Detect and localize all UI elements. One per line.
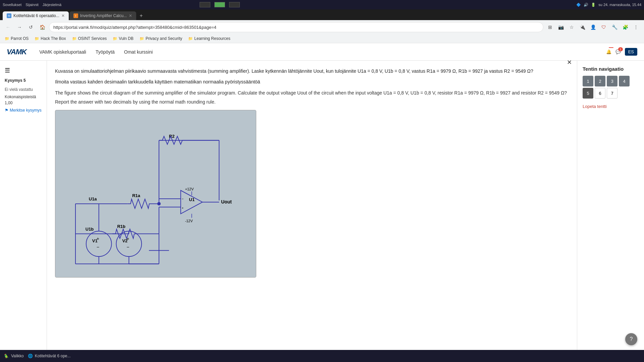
vamk-navbar: VAMK VAMK opiskeluportaali Työpöytä Omat…	[0, 43, 644, 61]
tools-button[interactable]: 🔧	[610, 22, 619, 32]
svg-text:−: −	[97, 245, 99, 250]
content-area: ✕ Kuvassa on simulaattoriohjelman piirik…	[47, 61, 577, 360]
vamk-logo: VAMK	[7, 48, 26, 56]
svg-text:+: +	[182, 206, 184, 210]
nav-link-courses[interactable]: Omat kurssini	[119, 44, 158, 60]
bookmarks-bar: Parrot OS Hack The Box OSINT Services Vu…	[0, 34, 644, 43]
bookmark-learning-resources-label: Learning Resources	[194, 36, 230, 41]
nav-btn-6[interactable]: 6	[595, 88, 605, 99]
svg-text:−: −	[182, 197, 184, 201]
taskbar-app-jarjestelma[interactable]: Järjestelmä	[43, 3, 61, 7]
svg-text:U1b: U1b	[86, 227, 94, 232]
tab-favicon-inactive: I	[73, 13, 78, 18]
svg-text:U1a: U1a	[89, 196, 97, 201]
home-button[interactable]: 🏠	[38, 22, 47, 32]
parrot-icon: 🦜	[4, 354, 9, 358]
question-en-text1: The figure shows the circuit diagram of …	[55, 89, 569, 97]
bookmark-vuln-db[interactable]: Vuln DB	[111, 36, 135, 42]
nav-btn-1[interactable]: 1	[583, 76, 593, 86]
score-value: 1,00	[0, 100, 47, 106]
exam-nav-buttons: 1 2 3 4 5 6 7	[583, 76, 639, 99]
datetime-display: su 24. marraskuuta, 15.44	[598, 3, 641, 7]
nav-link-portal[interactable]: VAMK opiskeluportaali	[35, 44, 91, 60]
taskbar-left: Sovellukset Sijainnit Järjestelmä	[3, 2, 240, 7]
tab-close-inactive[interactable]: ✕	[129, 13, 132, 18]
extension-button[interactable]: 🔌	[578, 22, 587, 32]
help-button[interactable]: ?	[625, 333, 637, 345]
nav-btn-2[interactable]: 2	[595, 76, 605, 86]
question-status: Ei vielä vastattu	[0, 85, 47, 94]
back-button[interactable]: ←	[3, 22, 13, 32]
bluetooth-icon: 🔷	[576, 3, 581, 7]
nav-btn-7[interactable]: 7	[607, 88, 618, 99]
taskbar-app-sijainnit[interactable]: Sijainnit	[25, 3, 39, 7]
taskbar-app-sovellukset[interactable]: Sovellukset	[3, 3, 21, 7]
message-icon[interactable]: 💬 1	[615, 49, 621, 54]
svg-text:R1a: R1a	[132, 193, 141, 198]
menu-button[interactable]: ⋮	[631, 22, 641, 32]
sidebar-menu-icon[interactable]: ☰	[5, 67, 10, 74]
tab-active[interactable]: M Kotitehtävät 6 operaatio... ✕	[3, 11, 69, 20]
bookmark-osint-services[interactable]: OSINT Services	[71, 36, 108, 42]
question-en-text2: Report the answer with two decimals by u…	[55, 99, 569, 105]
nav-btn-3[interactable]: 3	[607, 76, 618, 86]
reload-button[interactable]: ↺	[26, 22, 36, 32]
bottom-browser-item[interactable]: 🌐 Kotitehtävät 6 ope...	[28, 354, 71, 358]
language-selector[interactable]: ES	[625, 48, 637, 56]
bookmark-vuln-db-label: Vuln DB	[119, 36, 133, 41]
bell-badge	[609, 47, 613, 48]
account-button[interactable]: 👤	[588, 22, 598, 32]
translate-button[interactable]: ⊞	[545, 22, 555, 32]
question-fi-text2: Ilmoita vastaus kahden desimaalin tarkku…	[55, 78, 569, 85]
nav-btn-5[interactable]: 5	[583, 88, 593, 99]
end-exam-link[interactable]: Lopeta tentti	[583, 104, 607, 109]
tab-favicon-active: M	[7, 13, 11, 18]
svg-text:-12V: -12V	[185, 219, 193, 223]
tab-inactive[interactable]: I Inverting Amplifier Calcu... ✕	[69, 11, 136, 20]
exam-nav-title: Tentin navigaatio	[583, 66, 639, 72]
tab-label-inactive: Inverting Amplifier Calcu...	[80, 13, 127, 18]
sidebar: ☰ Kysymys 5 Ei vielä vastattu Kokonaispi…	[0, 61, 47, 360]
address-bar[interactable]	[49, 22, 543, 32]
extensions-button[interactable]: 🧩	[621, 22, 630, 32]
bookmark-button[interactable]: ☆	[567, 22, 576, 32]
svg-text:U1: U1	[189, 197, 195, 202]
bookmark-hack-the-box-label: Hack The Box	[41, 36, 66, 41]
forward-button[interactable]: →	[15, 22, 24, 32]
question-fi-text1: Kuvassa on simulaattoriohjelman piirikaa…	[55, 67, 569, 75]
bottom-browser-label: Kotitehtävät 6 ope...	[35, 354, 71, 358]
bookmark-privacy-security[interactable]: Privacy and Security	[138, 36, 183, 42]
bell-icon[interactable]: 🔔	[606, 49, 611, 54]
ublock-button[interactable]: 🛡	[599, 22, 608, 32]
new-tab-button[interactable]: +	[137, 11, 145, 20]
message-badge: 1	[618, 47, 623, 51]
main-area: ☰ Kysymys 5 Ei vielä vastattu Kokonaispi…	[0, 61, 644, 360]
bookmark-parrot-os[interactable]: Parrot OS	[3, 36, 30, 42]
globe-icon: 🌐	[28, 354, 33, 358]
svg-text:+: +	[97, 236, 99, 242]
volume-icon: 🔊	[584, 3, 588, 7]
mark-question-label: Merkitse kysymys	[10, 108, 42, 113]
nav-btn-4[interactable]: 4	[619, 76, 630, 86]
browser-controls: ← → ↺ 🏠 ⊞ 📷 ☆ 🔌 👤 🛡 🔧 🧩 ⋮	[0, 20, 644, 34]
bottom-menu-item[interactable]: 🦜 Valikko	[4, 354, 24, 358]
browser-actions: ⊞ 📷 ☆ 🔌 👤 🛡 🔧 🧩 ⋮	[545, 22, 641, 32]
tab-label-active: Kotitehtävät 6 operaatio...	[13, 13, 59, 18]
bookmark-osint-services-label: OSINT Services	[78, 36, 107, 41]
bottom-menu-label: Valikko	[11, 354, 24, 358]
svg-text:Uout: Uout	[221, 199, 232, 204]
nav-link-desktop[interactable]: Työpöytä	[91, 44, 119, 60]
bookmark-hack-the-box[interactable]: Hack The Box	[33, 36, 67, 42]
vamk-nav-right: 🔔 💬 1 ES	[606, 48, 637, 56]
mark-question-link[interactable]: ⚑ Merkitse kysymys	[0, 106, 47, 115]
question-number: Kysymys 5	[0, 77, 47, 85]
screenshot-button[interactable]: 📷	[556, 22, 566, 32]
flag-icon: ⚑	[5, 108, 8, 113]
close-button[interactable]: ✕	[567, 61, 572, 66]
svg-text:R1b: R1b	[117, 224, 125, 229]
tab-close-active[interactable]: ✕	[61, 13, 65, 18]
svg-text:+: +	[126, 236, 129, 242]
score-label: Kokonaispisteistä	[0, 94, 47, 100]
bookmark-learning-resources[interactable]: Learning Resources	[187, 36, 231, 42]
tab-bar: M Kotitehtävät 6 operaatio... ✕ I Invert…	[0, 9, 644, 20]
